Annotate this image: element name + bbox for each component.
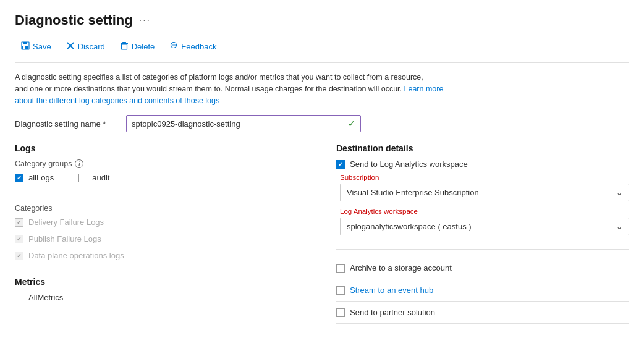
svg-rect-1 [23, 42, 27, 44]
metrics-section: Metrics AllMetrics [15, 269, 311, 302]
categories-section: Categories Delivery Failure Logs Publish… [15, 204, 311, 260]
publish-failure-checkbox [15, 235, 23, 243]
diagnostic-name-row: Diagnostic setting name * ✓ [15, 115, 629, 132]
categories-label: Categories [15, 204, 311, 213]
discard-label: Discard [78, 42, 105, 51]
workspace-label: Log Analytics workspace [340, 208, 629, 215]
metrics-section-title: Metrics [15, 277, 311, 287]
svg-point-10 [172, 44, 173, 46]
allLogs-checkbox-row: allLogs [15, 173, 54, 182]
delivery-failure-item: Delivery Failure Logs [15, 218, 311, 227]
event-hub-checkbox[interactable] [336, 286, 345, 295]
feedback-label: Feedback [181, 42, 216, 51]
subscription-label: Subscription [340, 174, 629, 181]
data-plane-item: Data plane operations logs [15, 251, 311, 260]
subscription-dropdown-arrow: ⌄ [616, 188, 622, 197]
allLogs-label[interactable]: allLogs [28, 173, 54, 182]
name-label: Diagnostic setting name * [15, 119, 126, 129]
logs-section-title: Logs [15, 143, 311, 153]
info-text: A diagnostic setting specifies a list of… [15, 72, 460, 106]
storage-checkbox[interactable] [336, 264, 345, 273]
category-groups-info-icon[interactable]: i [75, 159, 83, 168]
delete-label: Delete [132, 42, 155, 51]
destination-section-title: Destination details [336, 143, 629, 153]
svg-rect-3 [23, 46, 25, 49]
all-metrics-row: AllMetrics [15, 293, 311, 302]
name-input-wrapper[interactable]: ✓ [126, 115, 361, 132]
storage-label: Archive to a storage account [350, 263, 452, 273]
left-column: Logs Category groups i allLogs audit Cat… [15, 143, 311, 324]
workspace-value: sploganalyticsworkspace ( eastus ) [347, 222, 472, 231]
all-metrics-label[interactable]: AllMetrics [28, 293, 63, 302]
subscription-value: Visual Studio Enterprise Subscription [347, 188, 479, 197]
delivery-failure-label: Delivery Failure Logs [28, 218, 104, 227]
log-analytics-checkbox[interactable] [336, 160, 345, 169]
event-hub-item: Stream to an event hub [336, 279, 629, 302]
log-analytics-details: Subscription Visual Studio Enterprise Su… [336, 174, 629, 242]
storage-item: Archive to a storage account [336, 257, 629, 279]
delete-icon [120, 41, 129, 52]
svg-point-11 [173, 44, 174, 46]
delivery-failure-checkbox [15, 218, 23, 227]
partner-label: Send to partner solution [350, 308, 435, 317]
save-icon [21, 41, 30, 52]
info-text-line2: and one or more destinations that you wo… [15, 85, 402, 93]
audit-checkbox[interactable] [78, 174, 87, 182]
info-text-line1: A diagnostic setting specifies a list of… [15, 73, 423, 82]
allLogs-checkbox[interactable] [15, 174, 23, 182]
feedback-icon [169, 41, 178, 52]
workspace-dropdown[interactable]: sploganalyticsworkspace ( eastus ) ⌄ [340, 218, 629, 235]
category-groups-row: allLogs audit [15, 173, 311, 195]
valid-checkmark-icon: ✓ [348, 119, 355, 129]
partner-item: Send to partner solution [336, 302, 629, 324]
data-plane-checkbox [15, 252, 23, 260]
data-plane-label: Data plane operations logs [28, 251, 124, 260]
delete-button[interactable]: Delete [114, 38, 161, 55]
workspace-dropdown-arrow: ⌄ [616, 222, 622, 231]
save-label: Save [33, 42, 51, 51]
ellipsis-menu[interactable]: ··· [139, 15, 151, 26]
discard-icon [66, 41, 75, 52]
publish-failure-item: Publish Failure Logs [15, 234, 311, 243]
log-analytics-item: Send to Log Analytics workspace Subscrip… [336, 159, 629, 250]
discard-button[interactable]: Discard [60, 38, 111, 55]
partner-checkbox[interactable] [336, 308, 345, 317]
svg-rect-8 [121, 44, 127, 49]
save-button[interactable]: Save [15, 38, 57, 55]
name-input[interactable] [132, 119, 336, 129]
log-analytics-label: Send to Log Analytics workspace [350, 159, 468, 169]
all-metrics-checkbox[interactable] [15, 294, 23, 302]
svg-point-12 [174, 44, 176, 46]
feedback-button[interactable]: Feedback [163, 38, 222, 55]
audit-label[interactable]: audit [92, 173, 109, 182]
category-groups-label: Category groups i [15, 159, 311, 168]
main-content: Logs Category groups i allLogs audit Cat… [15, 143, 629, 324]
page-title: Diagnostic setting [15, 12, 133, 28]
publish-failure-label: Publish Failure Logs [28, 234, 101, 243]
audit-checkbox-row: audit [78, 173, 109, 182]
log-analytics-checkbox-row: Send to Log Analytics workspace [336, 159, 629, 169]
svg-rect-6 [121, 43, 128, 44]
svg-rect-7 [122, 42, 126, 43]
event-hub-label: Stream to an event hub [350, 286, 433, 295]
subscription-dropdown[interactable]: Visual Studio Enterprise Subscription ⌄ [340, 184, 629, 201]
toolbar: Save Discard Delete [15, 38, 629, 63]
right-column: Destination details Send to Log Analytic… [336, 143, 629, 324]
